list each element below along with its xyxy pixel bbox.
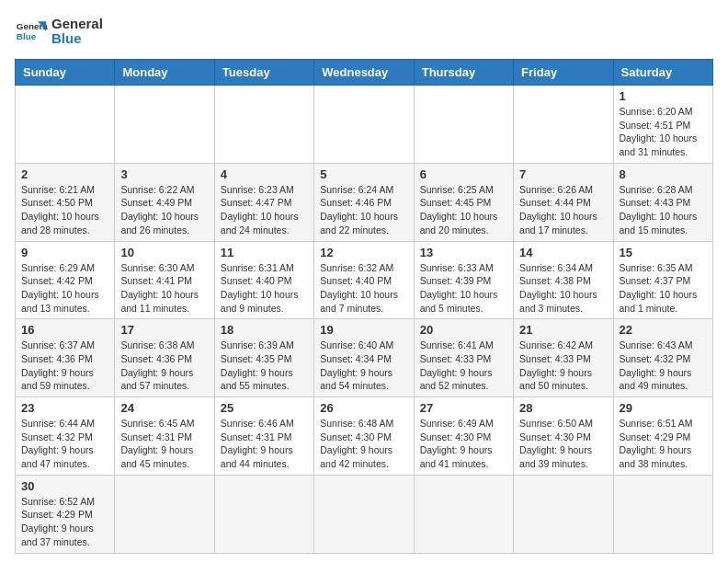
day-info: Sunrise: 6:46 AM Sunset: 4:31 PM Dayligh… bbox=[221, 417, 308, 471]
calendar-cell: 18Sunrise: 6:39 AM Sunset: 4:35 PM Dayli… bbox=[214, 319, 313, 397]
calendar-cell: 14Sunrise: 6:34 AM Sunset: 4:38 PM Dayli… bbox=[514, 241, 613, 319]
day-number: 20 bbox=[420, 323, 507, 337]
calendar-week-6: 30Sunrise: 6:52 AM Sunset: 4:29 PM Dayli… bbox=[16, 475, 713, 553]
day-number: 22 bbox=[620, 323, 707, 337]
calendar-cell: 4Sunrise: 6:23 AM Sunset: 4:47 PM Daylig… bbox=[214, 163, 313, 241]
logo: General Blue General Blue bbox=[15, 15, 103, 48]
day-info: Sunrise: 6:35 AM Sunset: 4:37 PM Dayligh… bbox=[620, 261, 707, 316]
day-info: Sunrise: 6:42 AM Sunset: 4:33 PM Dayligh… bbox=[519, 339, 607, 393]
day-info: Sunrise: 6:52 AM Sunset: 4:29 PM Dayligh… bbox=[21, 495, 108, 549]
day-number: 9 bbox=[21, 246, 108, 259]
calendar-cell bbox=[115, 475, 214, 553]
day-info: Sunrise: 6:39 AM Sunset: 4:35 PM Dayligh… bbox=[221, 339, 308, 393]
day-info: Sunrise: 6:49 AM Sunset: 4:30 PM Dayligh… bbox=[420, 417, 507, 471]
day-number: 6 bbox=[420, 167, 507, 181]
day-number: 3 bbox=[120, 167, 208, 181]
calendar-cell: 30Sunrise: 6:52 AM Sunset: 4:29 PM Dayli… bbox=[16, 475, 115, 553]
day-info: Sunrise: 6:22 AM Sunset: 4:49 PM Dayligh… bbox=[120, 183, 208, 237]
day-number: 23 bbox=[21, 401, 108, 415]
day-number: 7 bbox=[519, 167, 607, 181]
day-number: 4 bbox=[221, 167, 308, 181]
calendar-cell: 17Sunrise: 6:38 AM Sunset: 4:36 PM Dayli… bbox=[115, 319, 214, 397]
day-number: 2 bbox=[21, 167, 108, 181]
calendar-cell: 26Sunrise: 6:48 AM Sunset: 4:30 PM Dayli… bbox=[314, 397, 414, 476]
day-info: Sunrise: 6:26 AM Sunset: 4:44 PM Dayligh… bbox=[519, 183, 607, 237]
calendar-week-2: 2Sunrise: 6:21 AM Sunset: 4:50 PM Daylig… bbox=[16, 163, 713, 241]
calendar-cell bbox=[115, 86, 214, 164]
day-info: Sunrise: 6:20 AM Sunset: 4:51 PM Dayligh… bbox=[620, 105, 707, 159]
calendar-cell: 19Sunrise: 6:40 AM Sunset: 4:34 PM Dayli… bbox=[314, 319, 414, 397]
day-number: 16 bbox=[21, 323, 108, 337]
calendar-week-3: 9Sunrise: 6:29 AM Sunset: 4:42 PM Daylig… bbox=[16, 241, 713, 319]
calendar-cell: 6Sunrise: 6:25 AM Sunset: 4:45 PM Daylig… bbox=[414, 163, 513, 241]
calendar-week-5: 23Sunrise: 6:44 AM Sunset: 4:32 PM Dayli… bbox=[16, 397, 713, 476]
day-info: Sunrise: 6:38 AM Sunset: 4:36 PM Dayligh… bbox=[120, 339, 208, 393]
day-info: Sunrise: 6:32 AM Sunset: 4:40 PM Dayligh… bbox=[320, 261, 407, 316]
day-info: Sunrise: 6:33 AM Sunset: 4:39 PM Dayligh… bbox=[420, 261, 507, 316]
calendar-cell: 5Sunrise: 6:24 AM Sunset: 4:46 PM Daylig… bbox=[314, 163, 414, 241]
day-info: Sunrise: 6:44 AM Sunset: 4:32 PM Dayligh… bbox=[21, 417, 108, 471]
day-number: 21 bbox=[519, 323, 607, 337]
day-info: Sunrise: 6:43 AM Sunset: 4:32 PM Dayligh… bbox=[620, 339, 707, 393]
day-number: 29 bbox=[620, 401, 707, 415]
weekday-header-monday: Monday bbox=[115, 60, 214, 86]
day-number: 14 bbox=[519, 246, 607, 259]
weekday-header-thursday: Thursday bbox=[414, 60, 513, 86]
calendar-header-row: SundayMondayTuesdayWednesdayThursdayFrid… bbox=[16, 60, 713, 86]
calendar-cell: 24Sunrise: 6:45 AM Sunset: 4:31 PM Dayli… bbox=[115, 397, 214, 476]
calendar-cell: 9Sunrise: 6:29 AM Sunset: 4:42 PM Daylig… bbox=[16, 241, 115, 319]
calendar-cell: 11Sunrise: 6:31 AM Sunset: 4:40 PM Dayli… bbox=[214, 241, 313, 319]
day-info: Sunrise: 6:45 AM Sunset: 4:31 PM Dayligh… bbox=[120, 417, 208, 471]
page-header: General Blue General Blue bbox=[15, 15, 713, 48]
svg-text:Blue: Blue bbox=[17, 31, 37, 41]
day-number: 17 bbox=[120, 323, 208, 337]
calendar-cell bbox=[314, 86, 414, 164]
day-number: 25 bbox=[221, 401, 308, 415]
day-info: Sunrise: 6:24 AM Sunset: 4:46 PM Dayligh… bbox=[320, 183, 407, 237]
logo-general: General bbox=[51, 17, 103, 32]
calendar-cell: 2Sunrise: 6:21 AM Sunset: 4:50 PM Daylig… bbox=[16, 163, 115, 241]
day-info: Sunrise: 6:50 AM Sunset: 4:30 PM Dayligh… bbox=[519, 417, 607, 471]
day-number: 1 bbox=[620, 89, 707, 103]
day-info: Sunrise: 6:29 AM Sunset: 4:42 PM Dayligh… bbox=[21, 261, 108, 316]
calendar-cell bbox=[414, 86, 513, 164]
day-number: 15 bbox=[620, 246, 707, 259]
calendar-cell: 23Sunrise: 6:44 AM Sunset: 4:32 PM Dayli… bbox=[16, 397, 115, 476]
day-info: Sunrise: 6:25 AM Sunset: 4:45 PM Dayligh… bbox=[420, 183, 507, 237]
day-number: 13 bbox=[420, 246, 507, 259]
calendar-cell: 22Sunrise: 6:43 AM Sunset: 4:32 PM Dayli… bbox=[613, 319, 712, 397]
day-number: 8 bbox=[620, 167, 707, 181]
day-number: 18 bbox=[221, 323, 308, 337]
calendar-cell: 12Sunrise: 6:32 AM Sunset: 4:40 PM Dayli… bbox=[314, 241, 414, 319]
calendar-cell: 3Sunrise: 6:22 AM Sunset: 4:49 PM Daylig… bbox=[115, 163, 214, 241]
calendar-cell bbox=[514, 86, 613, 164]
day-number: 10 bbox=[120, 246, 208, 259]
day-number: 30 bbox=[21, 479, 108, 493]
weekday-header-tuesday: Tuesday bbox=[214, 60, 313, 86]
day-info: Sunrise: 6:23 AM Sunset: 4:47 PM Dayligh… bbox=[221, 183, 308, 237]
calendar-cell: 1Sunrise: 6:20 AM Sunset: 4:51 PM Daylig… bbox=[613, 86, 712, 164]
day-info: Sunrise: 6:40 AM Sunset: 4:34 PM Dayligh… bbox=[320, 339, 407, 393]
calendar-week-1: 1Sunrise: 6:20 AM Sunset: 4:51 PM Daylig… bbox=[16, 86, 713, 164]
day-info: Sunrise: 6:48 AM Sunset: 4:30 PM Dayligh… bbox=[320, 417, 407, 471]
weekday-header-friday: Friday bbox=[514, 60, 613, 86]
weekday-header-wednesday: Wednesday bbox=[314, 60, 414, 86]
calendar-cell: 10Sunrise: 6:30 AM Sunset: 4:41 PM Dayli… bbox=[115, 241, 214, 319]
calendar-cell: 21Sunrise: 6:42 AM Sunset: 4:33 PM Dayli… bbox=[514, 319, 613, 397]
calendar-cell: 16Sunrise: 6:37 AM Sunset: 4:36 PM Dayli… bbox=[16, 319, 115, 397]
day-info: Sunrise: 6:51 AM Sunset: 4:29 PM Dayligh… bbox=[620, 417, 707, 471]
day-number: 26 bbox=[320, 401, 407, 415]
day-number: 28 bbox=[519, 401, 607, 415]
calendar-cell: 8Sunrise: 6:28 AM Sunset: 4:43 PM Daylig… bbox=[613, 163, 712, 241]
day-number: 5 bbox=[320, 167, 407, 181]
day-info: Sunrise: 6:30 AM Sunset: 4:41 PM Dayligh… bbox=[120, 261, 208, 316]
calendar-cell bbox=[414, 475, 513, 553]
day-info: Sunrise: 6:41 AM Sunset: 4:33 PM Dayligh… bbox=[420, 339, 507, 393]
calendar-cell: 29Sunrise: 6:51 AM Sunset: 4:29 PM Dayli… bbox=[613, 397, 712, 476]
day-info: Sunrise: 6:34 AM Sunset: 4:38 PM Dayligh… bbox=[519, 261, 607, 316]
logo-icon: General Blue bbox=[15, 15, 48, 48]
day-number: 24 bbox=[120, 401, 208, 415]
calendar-cell: 7Sunrise: 6:26 AM Sunset: 4:44 PM Daylig… bbox=[514, 163, 613, 241]
day-number: 27 bbox=[420, 401, 507, 415]
calendar-week-4: 16Sunrise: 6:37 AM Sunset: 4:36 PM Dayli… bbox=[16, 319, 713, 397]
